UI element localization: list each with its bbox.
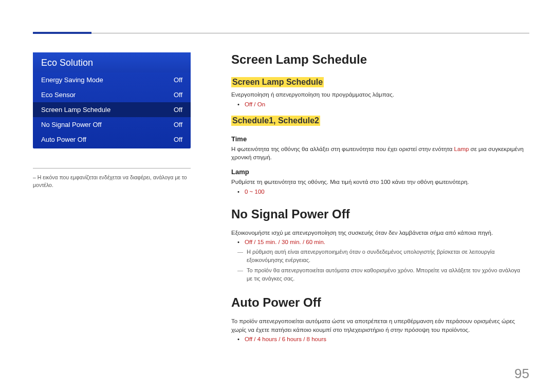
heading-no-signal-power-off: No Signal Power Off	[231, 207, 524, 221]
sidebar-footnote: – Η εικόνα που εμφανίζεται ενδέχεται να …	[33, 174, 191, 189]
menu-item-value: Off	[174, 91, 182, 99]
subheading-schedule: Schedule1, Schedule2	[231, 116, 320, 126]
nspo-note-2: Το προϊόν θα απενεργοποιείται αυτόματα σ…	[239, 267, 524, 283]
menu-item-label: Energy Saving Mode	[41, 76, 103, 84]
menu-item-value: Off	[174, 76, 182, 84]
sls-bullets: Off / On	[231, 101, 524, 107]
time-desc-lamp: Lamp	[454, 146, 469, 152]
content-area: Screen Lamp Schedule Screen Lamp Schedul…	[231, 49, 524, 345]
sidebar-divider	[33, 168, 191, 169]
menu-item-value: Off	[174, 106, 182, 114]
apo-bullets: Off / 4 hours / 6 hours / 8 hours	[231, 336, 524, 342]
menu-item-value: Off	[174, 121, 182, 128]
nspo-desc: Εξοικονομήστε ισχύ με απενεργοποίηση της…	[231, 229, 524, 237]
heading-auto-power-off: Auto Power Off	[231, 295, 524, 310]
heading-screen-lamp-schedule: Screen Lamp Schedule	[231, 52, 524, 67]
heading-time: Time	[231, 135, 524, 143]
sls-option: Off / On	[239, 101, 524, 107]
sls-desc: Ενεργοποίηση ή απενεργοποίηση του προγρά…	[231, 90, 524, 99]
time-desc-pre: Η φωτεινότητα της οθόνης θα αλλάξει στη …	[231, 146, 454, 152]
menu-title: Eco Solution	[33, 52, 191, 72]
menu-item-screen-lamp-schedule[interactable]: Screen Lamp Schedule Off	[33, 102, 191, 117]
menu-item-label: Auto Power Off	[41, 136, 86, 143]
accent-bar	[33, 32, 91, 34]
nspo-note-1: Η ρύθμιση αυτή είναι απενεργοποιημένη ότ…	[239, 248, 524, 265]
menu-item-auto-power-off[interactable]: Auto Power Off Off	[33, 132, 191, 147]
lamp-option: 0 ~ 100	[239, 189, 524, 195]
apo-option: Off / 4 hours / 6 hours / 8 hours	[239, 336, 524, 342]
menu-item-eco-sensor[interactable]: Eco Sensor Off	[33, 87, 191, 102]
menu-item-label: Screen Lamp Schedule	[41, 106, 110, 114]
menu-item-energy-saving[interactable]: Energy Saving Mode Off	[33, 72, 191, 87]
menu-panel: Eco Solution Energy Saving Mode Off Eco …	[33, 52, 191, 148]
menu-item-label: Eco Sensor	[41, 91, 76, 99]
time-desc: Η φωτεινότητα της οθόνης θα αλλάξει στη …	[231, 145, 524, 162]
menu-item-value: Off	[174, 136, 182, 143]
apo-desc: Το προϊόν απενεργοποιείται αυτόματα ώστε…	[231, 317, 524, 334]
footnote-text: Η εικόνα που εμφανίζεται ενδέχεται να δι…	[33, 174, 187, 188]
menu-item-label: No Signal Power Off	[41, 121, 102, 128]
page-number: 95	[514, 366, 529, 382]
top-rule	[33, 33, 529, 33]
nspo-bullets: Off / 15 min. / 30 min. / 60 min.	[231, 239, 524, 245]
lamp-bullets: 0 ~ 100	[231, 189, 524, 195]
lamp-desc: Ρυθμίστε τη φωτεινότητα της οθόνης. Μια …	[231, 178, 524, 186]
nspo-notes: Η ρύθμιση αυτή είναι απενεργοποιημένη ότ…	[231, 248, 524, 283]
heading-lamp: Lamp	[231, 168, 524, 176]
nspo-option: Off / 15 min. / 30 min. / 60 min.	[239, 239, 524, 245]
menu-item-no-signal-power-off[interactable]: No Signal Power Off Off	[33, 117, 191, 132]
subheading-screen-lamp-schedule: Screen Lamp Schedule	[231, 77, 324, 87]
sidebar: Eco Solution Energy Saving Mode Off Eco …	[33, 52, 191, 189]
